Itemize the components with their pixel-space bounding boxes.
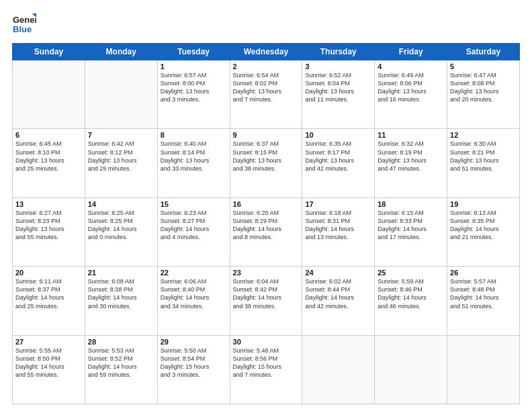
day-number: 30 — [233, 338, 300, 346]
day-number: 10 — [305, 131, 371, 139]
day-info: Sunrise: 6:02 AM Sunset: 8:44 PM Dayligh… — [305, 277, 371, 310]
calendar-cell: 13Sunrise: 6:27 AM Sunset: 8:23 PM Dayli… — [13, 197, 85, 266]
day-number: 6 — [15, 131, 82, 139]
day-info: Sunrise: 6:15 AM Sunset: 8:33 PM Dayligh… — [378, 209, 444, 242]
calendar-cell: 8Sunrise: 6:40 AM Sunset: 8:14 PM Daylig… — [157, 129, 230, 197]
calendar-cell — [85, 60, 157, 129]
day-number: 29 — [161, 338, 227, 346]
calendar-cell: 24Sunrise: 6:02 AM Sunset: 8:44 PM Dayli… — [302, 267, 375, 335]
day-info: Sunrise: 6:49 AM Sunset: 8:06 PM Dayligh… — [378, 71, 444, 104]
calendar-cell: 29Sunrise: 5:50 AM Sunset: 8:54 PM Dayli… — [157, 335, 230, 404]
day-number: 4 — [378, 62, 444, 71]
calendar-cell: 25Sunrise: 5:59 AM Sunset: 8:46 PM Dayli… — [375, 267, 447, 335]
calendar-cell: 6Sunrise: 6:45 AM Sunset: 8:10 PM Daylig… — [13, 129, 85, 197]
weekday-header-sunday: Sunday — [13, 44, 85, 60]
day-number: 25 — [378, 269, 444, 277]
day-info: Sunrise: 6:11 AM Sunset: 8:37 PM Dayligh… — [15, 277, 82, 310]
day-info: Sunrise: 6:42 AM Sunset: 8:12 PM Dayligh… — [88, 140, 154, 173]
day-number: 28 — [88, 338, 154, 346]
day-info: Sunrise: 6:25 AM Sunset: 8:25 PM Dayligh… — [88, 209, 154, 242]
day-number: 19 — [450, 200, 517, 208]
day-number: 20 — [15, 269, 82, 277]
calendar-cell: 27Sunrise: 5:55 AM Sunset: 8:50 PM Dayli… — [13, 335, 85, 404]
header: General Blue — [12, 12, 520, 36]
day-number: 16 — [233, 200, 300, 208]
day-info: Sunrise: 6:06 AM Sunset: 8:40 PM Dayligh… — [161, 277, 227, 310]
weekday-header-saturday: Saturday — [447, 44, 520, 60]
day-info: Sunrise: 6:40 AM Sunset: 8:14 PM Dayligh… — [161, 140, 227, 173]
calendar-cell: 14Sunrise: 6:25 AM Sunset: 8:25 PM Dayli… — [85, 197, 157, 266]
day-number: 8 — [161, 131, 227, 139]
day-number: 3 — [305, 62, 371, 71]
day-number: 27 — [15, 338, 82, 346]
calendar-cell: 26Sunrise: 5:57 AM Sunset: 8:48 PM Dayli… — [447, 267, 520, 335]
calendar-table: SundayMondayTuesdayWednesdayThursdayFrid… — [12, 43, 520, 404]
week-row-3: 13Sunrise: 6:27 AM Sunset: 8:23 PM Dayli… — [13, 197, 520, 266]
day-info: Sunrise: 6:04 AM Sunset: 8:42 PM Dayligh… — [233, 277, 300, 310]
day-info: Sunrise: 6:54 AM Sunset: 8:02 PM Dayligh… — [233, 71, 300, 104]
calendar-cell: 16Sunrise: 6:20 AM Sunset: 8:29 PM Dayli… — [230, 197, 302, 266]
calendar-cell: 5Sunrise: 6:47 AM Sunset: 8:08 PM Daylig… — [447, 60, 520, 129]
day-number: 21 — [88, 269, 154, 277]
week-row-2: 6Sunrise: 6:45 AM Sunset: 8:10 PM Daylig… — [13, 129, 520, 197]
day-info: Sunrise: 6:13 AM Sunset: 8:35 PM Dayligh… — [450, 209, 517, 242]
day-info: Sunrise: 5:59 AM Sunset: 8:46 PM Dayligh… — [378, 277, 444, 310]
day-info: Sunrise: 6:18 AM Sunset: 8:31 PM Dayligh… — [305, 209, 371, 242]
day-number: 2 — [233, 62, 300, 71]
calendar-cell: 2Sunrise: 6:54 AM Sunset: 8:02 PM Daylig… — [230, 60, 302, 129]
day-info: Sunrise: 6:35 AM Sunset: 8:17 PM Dayligh… — [305, 140, 371, 173]
day-info: Sunrise: 6:47 AM Sunset: 8:08 PM Dayligh… — [450, 71, 517, 104]
day-info: Sunrise: 6:30 AM Sunset: 8:21 PM Dayligh… — [450, 140, 517, 173]
day-info: Sunrise: 5:48 AM Sunset: 8:56 PM Dayligh… — [233, 347, 300, 379]
day-number: 14 — [88, 200, 154, 208]
day-info: Sunrise: 6:20 AM Sunset: 8:29 PM Dayligh… — [233, 209, 300, 242]
calendar-cell: 20Sunrise: 6:11 AM Sunset: 8:37 PM Dayli… — [13, 267, 85, 335]
day-info: Sunrise: 6:27 AM Sunset: 8:23 PM Dayligh… — [15, 209, 82, 242]
day-info: Sunrise: 5:57 AM Sunset: 8:48 PM Dayligh… — [450, 277, 517, 310]
day-info: Sunrise: 6:08 AM Sunset: 8:38 PM Dayligh… — [88, 277, 154, 310]
calendar-cell: 22Sunrise: 6:06 AM Sunset: 8:40 PM Dayli… — [157, 267, 230, 335]
day-number: 15 — [161, 200, 227, 208]
day-number: 24 — [305, 269, 371, 277]
day-number: 23 — [233, 269, 300, 277]
day-number: 11 — [378, 131, 444, 139]
calendar-cell: 4Sunrise: 6:49 AM Sunset: 8:06 PM Daylig… — [375, 60, 447, 129]
week-row-4: 20Sunrise: 6:11 AM Sunset: 8:37 PM Dayli… — [13, 267, 520, 335]
calendar-cell — [13, 60, 85, 129]
calendar-cell: 1Sunrise: 6:57 AM Sunset: 8:00 PM Daylig… — [157, 60, 230, 129]
weekday-header-thursday: Thursday — [302, 44, 375, 60]
calendar-cell: 28Sunrise: 5:53 AM Sunset: 8:52 PM Dayli… — [85, 335, 157, 404]
calendar-cell: 9Sunrise: 6:37 AM Sunset: 8:15 PM Daylig… — [230, 129, 302, 197]
day-number: 22 — [161, 269, 227, 277]
day-info: Sunrise: 6:23 AM Sunset: 8:27 PM Dayligh… — [161, 209, 227, 242]
calendar-cell — [302, 335, 375, 404]
week-row-1: 1Sunrise: 6:57 AM Sunset: 8:00 PM Daylig… — [13, 60, 520, 129]
day-number: 17 — [305, 200, 371, 208]
day-info: Sunrise: 6:52 AM Sunset: 8:04 PM Dayligh… — [305, 71, 371, 104]
logo-svg: General Blue — [12, 12, 36, 36]
day-info: Sunrise: 6:45 AM Sunset: 8:10 PM Dayligh… — [15, 140, 82, 173]
svg-text:Blue: Blue — [13, 24, 32, 34]
weekday-header-wednesday: Wednesday — [230, 44, 302, 60]
calendar-cell: 12Sunrise: 6:30 AM Sunset: 8:21 PM Dayli… — [447, 129, 520, 197]
weekday-header-monday: Monday — [85, 44, 157, 60]
calendar-cell: 23Sunrise: 6:04 AM Sunset: 8:42 PM Dayli… — [230, 267, 302, 335]
calendar-cell — [375, 335, 447, 404]
day-number: 18 — [378, 200, 444, 208]
svg-text:General: General — [13, 15, 36, 25]
calendar-cell: 19Sunrise: 6:13 AM Sunset: 8:35 PM Dayli… — [447, 197, 520, 266]
day-info: Sunrise: 6:57 AM Sunset: 8:00 PM Dayligh… — [161, 71, 227, 104]
weekday-header-friday: Friday — [375, 44, 447, 60]
calendar-cell: 17Sunrise: 6:18 AM Sunset: 8:31 PM Dayli… — [302, 197, 375, 266]
weekday-header-row: SundayMondayTuesdayWednesdayThursdayFrid… — [13, 44, 520, 60]
calendar-cell: 21Sunrise: 6:08 AM Sunset: 8:38 PM Dayli… — [85, 267, 157, 335]
day-info: Sunrise: 6:37 AM Sunset: 8:15 PM Dayligh… — [233, 140, 300, 173]
calendar-cell: 11Sunrise: 6:32 AM Sunset: 8:19 PM Dayli… — [375, 129, 447, 197]
day-number: 1 — [161, 62, 227, 71]
logo: General Blue — [12, 12, 36, 36]
day-number: 9 — [233, 131, 300, 139]
page: General Blue SundayMondayTuesdayWednesda… — [0, 0, 532, 411]
day-info: Sunrise: 5:53 AM Sunset: 8:52 PM Dayligh… — [88, 347, 154, 379]
calendar-cell: 10Sunrise: 6:35 AM Sunset: 8:17 PM Dayli… — [302, 129, 375, 197]
calendar-cell: 15Sunrise: 6:23 AM Sunset: 8:27 PM Dayli… — [157, 197, 230, 266]
